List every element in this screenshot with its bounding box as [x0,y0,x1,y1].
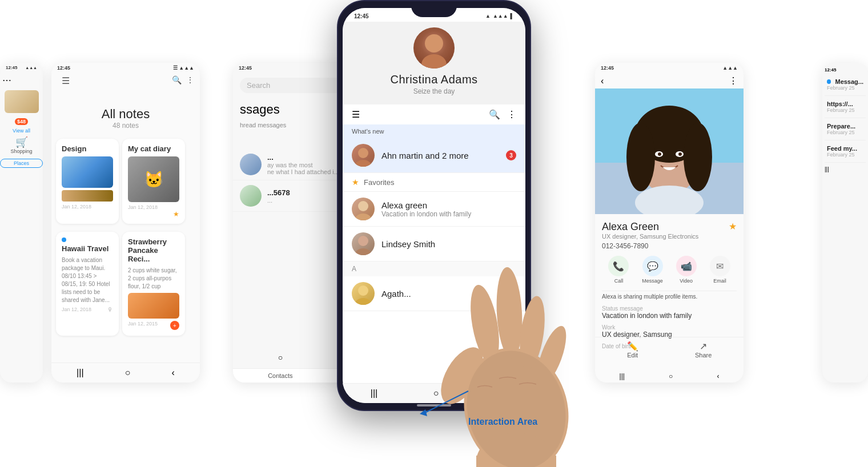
svg-point-7 [355,248,371,255]
phone-signal-icon: ▲▲▲ [493,13,508,19]
notes-more-icon[interactable]: ⋮ [186,75,194,86]
far-right-inner: 12:45 Messag... February 25 https://... … [822,63,868,179]
contact-detail-star-icon[interactable]: ★ [729,221,737,232]
contact-item-ahn-martin[interactable]: Ahn martin and 2 more 3 [343,138,525,173]
contact-email-btn[interactable]: ✉ Email [710,256,730,284]
alexa-green-name: Alexa green [381,200,516,210]
contact-call-icon: 📞 [608,256,629,276]
contact-sharing-note: Alexa is sharing multiple profile items. [602,291,737,302]
far-right-msg-2[interactable]: https://... February 25 [825,96,866,118]
contacts-search-icon[interactable]: 🔍 [489,109,500,120]
favorites-label: Favorites [364,178,394,187]
screen-far-right: 12:45 Messag... February 25 https://... … [822,63,868,383]
notes-title-section: All notes 48 notes [51,88,200,139]
contact-detail-role: UX designer, Samsung Electronics [602,233,698,240]
shopping-cart-icon[interactable]: 🛒 [0,136,43,148]
note-card-design[interactable]: Design Jan 12, 2018 [56,139,119,224]
contact-share-label: Share [695,352,712,359]
far-right-msg-1[interactable]: Messag... February 25 [825,74,866,96]
note-design-title: Design [62,144,113,153]
whats-new-bar: What's new [343,124,525,138]
note-hawaii-mic: 🎙 [107,307,113,313]
note-hawaii-dot [62,237,66,242]
contact-detail-back-icon[interactable]: ‹ [601,76,604,86]
notes-count: 48 notes [51,122,200,130]
ahn-martin-badge: 3 [506,150,516,160]
note-hawaii-title: Hawaii Travel [62,244,113,253]
note-pancake-add[interactable]: + [170,321,179,330]
far-right-msg-4[interactable]: Feed my... February 25 [825,140,866,163]
contact-call-label: Call [614,278,624,284]
contact-detail-toolbar: ‹ ⋮ [595,73,744,88]
note-cat-date: Jan 12, 2018 [128,204,179,210]
contact-detail-time: 12:45 [601,65,614,71]
contact-detail-nav-2[interactable]: ○ [669,372,673,380]
contact-detail-nav-3[interactable]: ‹ [717,372,719,380]
contacts-hamburger-icon[interactable]: ☰ [352,109,360,120]
alexa-green-avatar [352,198,375,220]
ahn-martin-name: Ahn martin and 2 more [381,151,506,160]
svg-point-18 [658,152,661,156]
contact-avatar-main [413,27,455,69]
messages-nav-contacts[interactable]: Contacts [268,372,292,379]
svg-point-1 [421,54,447,69]
ahn-martin-info: Ahn martin and 2 more [381,151,506,160]
note-cat-image: 🐱 [128,156,179,202]
contact-detail-name: Alexa Green [602,221,698,233]
contact-detail-more-icon[interactable]: ⋮ [729,75,738,86]
contact-edit-btn[interactable]: ✏️ Edit [627,341,638,359]
contact-action-buttons: 📞 Call 💬 Message 📹 Video ✉ Email [602,256,737,284]
note-card-pancake[interactable]: Strawberry Pancake Reci... 2 cups white … [122,232,185,336]
contact-detail-phone: 012-3456-7890 [602,242,698,250]
contact-message-btn[interactable]: 💬 Message [642,256,663,284]
notes-search-icon[interactable]: 🔍 [172,75,182,86]
contact-call-btn[interactable]: 📞 Call [608,256,629,284]
note-card-cat[interactable]: My cat diary 🐱 Jan 12, 2018 ★ [122,139,185,224]
note-pancake-image [128,293,179,319]
ahn-martin-avatar [352,144,375,167]
shopping-places[interactable]: Places [0,159,43,168]
shopping-menu-icon[interactable]: ⋯ [0,73,43,88]
svg-point-5 [355,214,371,220]
contact-edit-icon: ✏️ [627,341,638,352]
contact-detail-info: Alexa Green UX designer, Samsung Electro… [595,214,744,356]
svg-marker-31 [420,409,427,416]
contact-share-btn[interactable]: ↗ Share [695,341,712,359]
shopping-view-all[interactable]: View all [0,126,43,136]
contacts-more-icon[interactable]: ⋮ [507,109,516,120]
contact-detail-nav-1[interactable]: ||| [620,372,625,380]
far-right-time: 12:45 [825,66,866,74]
contact-name-main: Christina Adams [352,73,516,86]
messages-nav-back-btn[interactable]: ○ [278,353,283,362]
contact-share-icon: ↗ [700,341,707,352]
contact-edit-label: Edit [627,352,638,359]
contact-status-label: Status message [602,305,737,312]
contact-detail-status: 12:45 ▲▲▲ [595,63,744,73]
favorites-bar: ★ Favorites [343,173,525,192]
phone-nav-recents[interactable]: ||| [371,388,377,398]
shopping-label: Shopping [0,148,43,154]
contact-video-btn[interactable]: 📹 Video [676,256,697,284]
contact-status-section: Status message Vacation in london with f… [602,305,737,320]
note-card-hawaii[interactable]: Hawaii Travel Book a vacation package to… [56,232,119,336]
contact-message-icon: 💬 [642,256,663,276]
far-right-msg-3[interactable]: Prepare... February 25 [825,118,866,140]
svg-point-14 [626,123,655,191]
notes-hamburger-icon[interactable]: ☰ [62,75,70,86]
note-cat-star: ★ [173,210,179,218]
shopping-signal: ▲▲▲ [25,66,37,70]
notes-nav-back[interactable]: ||| [77,368,83,378]
notes-signal: ☰ ▲▲▲ [173,65,194,71]
svg-line-30 [423,391,468,414]
notes-time: 12:45 [57,65,70,71]
svg-point-19 [678,152,682,156]
notes-nav-recent[interactable]: ‹ [172,368,175,378]
lindsey-name: Lindsey Smith [381,239,516,249]
contact-item-alexa-green[interactable]: Alexa green Vacation in london with fami… [343,192,525,227]
notes-grid: Design Jan 12, 2018 My cat diary 🐱 Jan 1… [51,139,200,340]
messages-bg-time: 12:45 [239,65,252,71]
svg-point-15 [684,123,712,191]
notes-nav-home[interactable]: ○ [125,368,131,378]
note-pancake-date: Jan 12, 2015 [128,321,158,330]
contact-video-icon: 📹 [676,256,697,276]
